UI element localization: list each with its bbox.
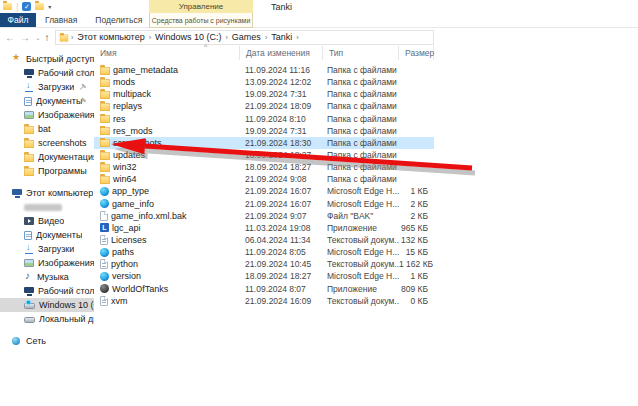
file-name-cell: game_info (100, 199, 240, 209)
file-row[interactable]: res11.09.2024 8:10Папка с файлами (94, 113, 434, 125)
music-icon (24, 272, 33, 282)
sidebar-item-Рабочий стол[interactable]: Рабочий стол (0, 284, 94, 298)
tab-Поделиться[interactable]: Поделиться (86, 13, 151, 27)
file-date-cell: 11.09.2024 8:10 (240, 114, 323, 124)
new-folder-icon[interactable] (35, 3, 44, 10)
sidebar-gap (0, 178, 94, 186)
tab-file[interactable]: Файл (0, 13, 36, 27)
folder-icon (100, 139, 110, 147)
sidebar-item-Рабочий стол[interactable]: Рабочий стол (0, 66, 94, 80)
textdoc-icon (100, 296, 108, 306)
properties-check-icon[interactable]: ✓ (22, 2, 31, 11)
file-row[interactable]: app_type21.09.2024 16:07Microsoft Edge H… (94, 185, 434, 197)
file-row[interactable]: game_info21.09.2024 16:07Microsoft Edge … (94, 198, 434, 210)
column-header-Дата изменения[interactable]: Дата изменения (240, 46, 323, 60)
file-date-cell: 21.09.2024 16:07 (240, 186, 323, 196)
sidebar-item-Локальный диск (D[interactable]: Локальный диск (D (0, 312, 94, 326)
sidebar-item-label: Локальный диск (D (39, 314, 94, 324)
breadcrumb-segment[interactable]: Tanki (269, 32, 294, 42)
sidebar-item-Программы[interactable]: Программы (0, 164, 94, 178)
file-row[interactable]: python21.09.2024 10:45Текстовый докум...… (94, 258, 434, 270)
file-row[interactable]: version18.09.2024 18:27Microsoft Edge H.… (94, 270, 434, 282)
file-type-cell: Папка с файлами (323, 174, 399, 184)
sidebar-item-screenshots[interactable]: screenshots (0, 136, 94, 150)
sidebar-item-Видео[interactable]: Видео (0, 214, 94, 228)
edge-icon (100, 272, 109, 281)
column-header-Тип[interactable]: Тип (323, 46, 399, 60)
tab-Главная[interactable]: Главная (36, 13, 86, 27)
file-date-cell: 19.09.2024 7:31 (240, 89, 323, 99)
file-row[interactable]: res_mods19.09.2024 7:31Папка с файлами (94, 125, 434, 137)
column-header-Имя[interactable]: Имя (94, 46, 240, 60)
breadcrumb: Этот компьютер›Windows 10 (C:)›Games›Tan… (75, 32, 300, 42)
video-icon (24, 217, 34, 225)
file-row[interactable]: replays21.09.2024 18:09Папка с файлами (94, 100, 434, 112)
sidebar-item-Загрузки[interactable]: Загрузки (0, 242, 94, 256)
file-name-cell: Llgc_api (100, 223, 240, 233)
tab-picture-tools[interactable]: Средства работы с рисунками (149, 13, 253, 28)
sidebar-section-Сеть[interactable]: Сеть (0, 334, 94, 348)
up-button[interactable]: ↑ (40, 30, 54, 44)
sidebar-item-label: Видео (38, 216, 64, 226)
sidebar-item-Документы[interactable]: Документы (0, 94, 94, 108)
file-type-cell: Папка с файлами (323, 150, 399, 160)
file-row[interactable]: mods13.09.2024 12:02Папка с файлами (94, 76, 434, 88)
sidebar-item-Документы[interactable]: Документы (0, 228, 94, 242)
file-name-text: version (112, 271, 141, 281)
desktop-icon (24, 69, 34, 78)
file-row[interactable]: win6421.09.2024 9:08Папка с файлами (94, 173, 434, 185)
file-row[interactable]: win3218.09.2024 18:27Папка с файлами (94, 161, 434, 173)
folder-icon (100, 115, 110, 123)
lgc-icon: L (100, 223, 109, 232)
textdoc-icon (100, 259, 108, 269)
file-row[interactable]: screenshots21.09.2024 18:30Папка с файла… (94, 137, 434, 149)
address-bar[interactable]: › Этот компьютер›Windows 10 (C:)›Games›T… (55, 30, 434, 45)
file-row[interactable]: game_info.xml.bak21.09.2024 9:07Файл "BA… (94, 210, 434, 222)
breadcrumb-segment[interactable]: Games (230, 32, 263, 42)
back-button[interactable]: ← (3, 30, 17, 44)
sidebar-item-Музыка[interactable]: Музыка (0, 270, 94, 284)
sidebar-item-Изображения[interactable]: Изображения (0, 256, 94, 270)
sidebar-item-Windows 10 (C:)[interactable]: Windows 10 (C:) (0, 298, 94, 312)
picture-icon (24, 111, 34, 119)
file-date-cell: 21.09.2024 18:30 (240, 138, 323, 148)
star-icon (12, 54, 22, 64)
sidebar-item-Документация[interactable]: Документация (0, 150, 94, 164)
file-date-cell: 21.09.2024 10:45 (240, 259, 323, 269)
file-date-cell: 11.09.2024 8:07 (240, 284, 323, 294)
download-icon (24, 82, 34, 92)
file-row[interactable]: Licenses06.04.2024 11:34Текстовый докум.… (94, 234, 434, 246)
column-header-Размер[interactable]: Размер (399, 46, 434, 60)
folder-icon (100, 79, 110, 87)
breadcrumb-segment[interactable]: Этот компьютер (75, 32, 146, 42)
qat-dropdown-icon[interactable]: ▾ (48, 3, 51, 10)
sidebar-item-redacted[interactable] (0, 200, 94, 214)
file-row[interactable]: xvm21.09.2024 16:09Текстовый докум...0 К… (94, 295, 434, 307)
sidebar-item-Загрузки[interactable]: Загрузки (0, 80, 94, 94)
file-row[interactable]: multipack19.09.2024 7:31Папка с файлами (94, 88, 434, 100)
sidebar-section-Этот компьютер[interactable]: Этот компьютер (0, 186, 94, 200)
edge-icon (100, 187, 109, 196)
file-name-text: replays (113, 101, 142, 111)
sidebar-item-label: Программы (38, 166, 87, 176)
file-type-cell: Папка с файлами (323, 114, 399, 124)
sidebar-item-label: Рабочий стол (38, 286, 94, 296)
file-row[interactable]: updates18.09.2024 18:27Папка с файлами (94, 149, 434, 161)
file-size-cell: 1 162 КБ (399, 259, 428, 269)
file-name-cell: res (100, 114, 240, 124)
breadcrumb-segment[interactable]: Windows 10 (C:) (153, 32, 224, 42)
file-row[interactable]: Llgc_api11.03.2024 19:08Приложение965 КБ (94, 222, 434, 234)
file-row[interactable]: paths11.09.2024 8:05Microsoft Edge H...1… (94, 246, 434, 258)
forward-button[interactable]: → (18, 30, 32, 44)
sidebar-section-Быстрый доступ[interactable]: Быстрый доступ (0, 52, 94, 66)
sidebar-item-bat[interactable]: bat (0, 122, 94, 136)
sidebar-item-Изображения[interactable]: Изображения (0, 108, 94, 122)
sidebar-gap (0, 326, 94, 334)
sidebar-item-label: bat (38, 124, 51, 134)
file-name-text: game_info.xml.bak (111, 211, 187, 221)
file-row[interactable]: game_metadata11.09.2024 11:16Папка с фай… (94, 64, 434, 76)
sidebar-item-label: Загрузки (38, 244, 74, 254)
file-type-cell: Microsoft Edge H... (323, 271, 399, 281)
file-row[interactable]: WorldOfTanks11.09.2024 8:07Приложение809… (94, 283, 434, 295)
sidebar-item-label: Загрузки (38, 82, 74, 92)
